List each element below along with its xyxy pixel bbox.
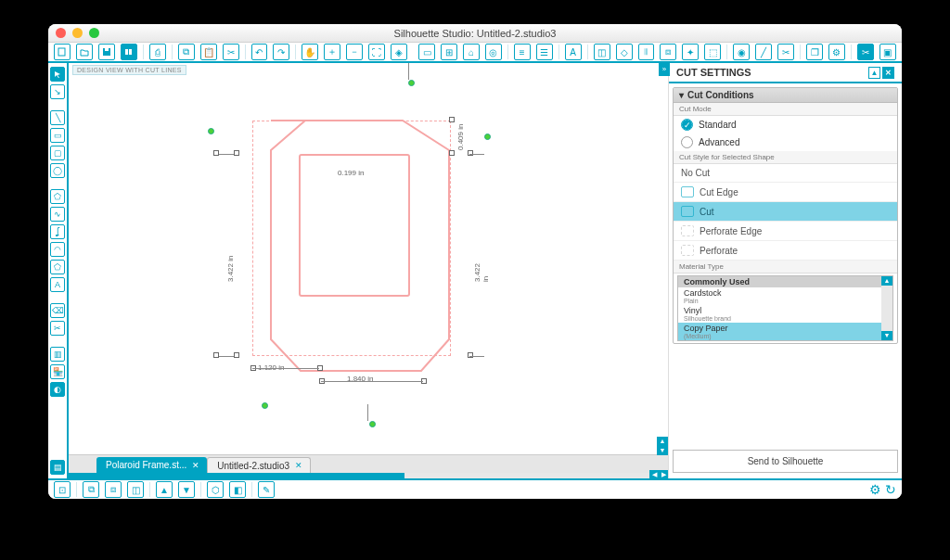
scroll-down-icon[interactable]: ▼ [881, 331, 892, 340]
offset-button[interactable]: ◫ [594, 44, 610, 60]
knife-tool[interactable]: ✂ [50, 321, 65, 336]
fill-button[interactable]: ☰ [536, 44, 553, 60]
collapse-tool[interactable]: ▤ [50, 460, 65, 475]
cut-style-cut[interactable]: Cut [674, 202, 897, 222]
polygon-tool[interactable]: ⬠ [50, 189, 65, 204]
rotate-handle[interactable] [408, 80, 415, 86]
resize-handle[interactable] [213, 150, 219, 156]
zoom-selection-button[interactable]: ◈ [391, 44, 407, 60]
rhinestone-button[interactable]: ◉ [733, 44, 750, 60]
close-tab-icon[interactable]: ✕ [192, 461, 199, 470]
material-list[interactable]: Commonly Used Cardstock Plain Vinyl Silh… [677, 275, 893, 341]
tab-untitled[interactable]: Untitled-2.studio3 ✕ [207, 457, 311, 474]
zoom-out-button[interactable]: － [346, 44, 363, 60]
material-cardstock[interactable]: Cardstock Plain [678, 287, 892, 305]
send-button[interactable]: ▣ [879, 44, 896, 60]
open-file-button[interactable] [76, 44, 93, 60]
nesting-button[interactable]: ⬚ [704, 44, 721, 60]
rotate-handle[interactable] [208, 128, 214, 134]
registration-button[interactable]: ⌂ [463, 44, 480, 60]
cut-style-cut-edge[interactable]: Cut Edge [674, 183, 897, 202]
settings-gear-icon[interactable]: ⚙ [869, 482, 881, 497]
section-header[interactable]: ▾ Cut Conditions [674, 88, 897, 103]
cut-button[interactable]: ✂ [223, 44, 239, 60]
edit-points-tool[interactable]: ↘ [50, 84, 65, 99]
linestyle-button[interactable]: ≡ [514, 44, 531, 60]
line-tool[interactable]: ╲ [50, 110, 65, 125]
material-vinyl[interactable]: Vinyl Silhouette brand [678, 305, 892, 323]
scroll-up-icon[interactable]: ▲ [881, 276, 892, 286]
compound-button[interactable]: ◫ [127, 481, 144, 498]
grid-button[interactable]: ⊞ [441, 44, 457, 60]
design-canvas[interactable]: 3.422 in 3.422 in 1.120 in 1.840 in 0.40… [69, 63, 668, 454]
send-back-button[interactable]: ▼ [178, 481, 195, 498]
save-button[interactable] [98, 44, 115, 60]
knife-button[interactable]: ✂ [777, 44, 794, 60]
zoom-in-button[interactable]: ＋ [324, 44, 340, 60]
cut-mode-advanced[interactable]: Advanced [674, 134, 897, 151]
curve-tool[interactable]: ∿ [50, 207, 65, 222]
arc-tool[interactable]: ◠ [50, 242, 65, 257]
trace-button[interactable]: ◇ [616, 44, 633, 60]
text-button[interactable]: A [565, 44, 582, 60]
group-button[interactable]: ⧉ [83, 481, 99, 498]
resize-handle[interactable] [449, 150, 455, 156]
library-button[interactable] [121, 44, 137, 60]
scroll-left-button[interactable]: ◀ [649, 470, 659, 478]
layers-button[interactable]: ❐ [806, 44, 823, 60]
notebook-tool[interactable]: ▥ [50, 347, 65, 362]
text-tool[interactable]: A [50, 277, 65, 292]
weld-button[interactable]: ⬡ [207, 481, 224, 498]
cut-settings-button[interactable]: ✂ [857, 44, 874, 60]
cut-style-perforate[interactable]: Perforate [674, 241, 897, 261]
eraser-tool[interactable]: ⌫ [50, 303, 65, 318]
scroll-right-button[interactable]: ▶ [659, 470, 668, 478]
pixscan-button[interactable]: ◎ [485, 44, 502, 60]
select-tool[interactable] [50, 67, 65, 82]
store-tool[interactable]: 🏪 [50, 364, 65, 379]
scroll-down-button[interactable]: ▼ [657, 446, 668, 455]
scroll-up-button[interactable]: ▲ [657, 437, 668, 446]
rect-tool[interactable]: ▭ [50, 128, 65, 143]
bring-front-button[interactable]: ▲ [156, 481, 173, 498]
resize-handle[interactable] [234, 150, 239, 156]
horizontal-scrollbar[interactable]: ◀ ▶ [69, 473, 668, 478]
rotate-handle[interactable] [369, 421, 376, 427]
paste-button[interactable]: 📋 [200, 44, 217, 60]
ellipse-tool[interactable]: ◯ [50, 163, 65, 178]
rotate-handle[interactable] [484, 134, 491, 140]
preferences-button[interactable]: ⚙ [828, 44, 845, 60]
cut-style-perforate-edge[interactable]: Perforate Edge [674, 222, 897, 241]
modify-button[interactable]: ✦ [682, 44, 699, 60]
resize-handle[interactable] [468, 150, 473, 156]
zoom-fit-button[interactable]: ⛶ [368, 44, 385, 60]
regular-polygon-tool[interactable]: ⬠ [50, 260, 65, 274]
material-scrollbar[interactable]: ▲ ▼ [881, 276, 892, 340]
send-to-silhouette-button[interactable]: Send to Silhouette [673, 450, 898, 473]
tab-polaroid[interactable]: Polaroid Frame.st... ✕ [96, 457, 207, 474]
resize-handle[interactable] [213, 352, 219, 358]
rotate-handle[interactable] [262, 402, 268, 409]
resize-handle[interactable] [468, 352, 473, 358]
pan-button[interactable]: ✋ [302, 44, 318, 60]
cut-style-no-cut[interactable]: No Cut [674, 164, 897, 183]
sketch-button[interactable]: ╱ [755, 44, 772, 60]
rounded-rect-tool[interactable]: ▢ [50, 146, 65, 160]
close-tab-icon[interactable]: ✕ [295, 461, 302, 470]
panel-close-button[interactable]: ✕ [882, 67, 894, 79]
cut-mode-standard[interactable]: Standard [674, 116, 897, 134]
resize-handle[interactable] [234, 352, 239, 358]
misc-tool[interactable]: ◐ [50, 382, 65, 397]
ungroup-button[interactable]: ⧈ [105, 481, 122, 498]
resize-handle[interactable] [449, 117, 455, 122]
undo-button[interactable]: ↶ [251, 44, 268, 60]
select-all-button[interactable]: ⊡ [54, 481, 71, 498]
refresh-icon[interactable]: ↻ [885, 482, 896, 497]
replicate-button[interactable]: ⧈ [660, 44, 676, 60]
dropper-button[interactable]: ✎ [258, 481, 275, 498]
copy-button[interactable]: ⧉ [178, 44, 195, 60]
new-file-button[interactable] [54, 44, 71, 60]
scroll-thumb[interactable] [69, 473, 404, 478]
print-button[interactable]: ⎙ [149, 44, 166, 60]
freehand-tool[interactable]: ʆ [50, 224, 65, 239]
